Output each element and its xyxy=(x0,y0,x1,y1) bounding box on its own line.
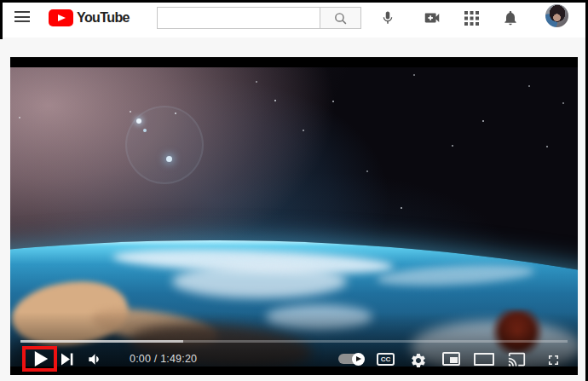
theater-mode-button[interactable] xyxy=(474,353,494,366)
next-button[interactable] xyxy=(59,351,76,367)
cast-icon xyxy=(508,350,526,368)
youtube-logo[interactable]: YouTube xyxy=(49,8,130,28)
youtube-wordmark: YouTube xyxy=(77,10,130,26)
youtube-header: YouTube xyxy=(0,0,588,38)
search-bar xyxy=(157,7,361,29)
notifications-bell-icon xyxy=(502,9,519,26)
autoplay-toggle-knob-icon xyxy=(352,353,365,366)
volume-button[interactable] xyxy=(85,350,104,367)
cast-button[interactable] xyxy=(507,350,527,368)
progress-bar[interactable] xyxy=(20,340,568,343)
hamburger-menu-icon[interactable] xyxy=(14,11,30,22)
miniplayer-icon xyxy=(450,357,458,363)
account-avatar[interactable] xyxy=(545,4,568,27)
search-icon xyxy=(333,11,348,26)
microphone-icon xyxy=(380,10,395,26)
time-display: 0:00 / 1:49:20 xyxy=(130,353,197,365)
cc-label: CC xyxy=(381,355,391,363)
frame-border-top xyxy=(0,0,588,3)
video-frame xyxy=(10,67,578,367)
apps-grid-icon xyxy=(464,11,479,26)
notifications-button[interactable] xyxy=(501,9,520,27)
autoplay-toggle[interactable] xyxy=(338,354,364,364)
video-player[interactable]: 0:00 / 1:49:20 CC xyxy=(10,57,578,375)
create-video-button[interactable] xyxy=(423,9,441,27)
lens-flare-ring xyxy=(125,106,204,184)
miniplayer-button[interactable] xyxy=(442,352,460,366)
fullscreen-icon xyxy=(545,352,562,368)
screenshot-root: YouTube xyxy=(0,0,588,381)
captions-button[interactable]: CC xyxy=(377,353,395,366)
frame-border-left xyxy=(0,0,3,39)
search-button[interactable] xyxy=(320,7,361,29)
next-icon xyxy=(61,353,73,366)
youtube-play-badge-icon xyxy=(49,9,73,26)
create-video-icon xyxy=(423,9,441,27)
voice-search-button[interactable] xyxy=(378,9,397,27)
settings-gear-icon xyxy=(410,352,427,369)
apps-button[interactable] xyxy=(462,9,481,27)
buffered-bar xyxy=(20,340,183,343)
settings-button[interactable] xyxy=(409,351,427,369)
search-input[interactable] xyxy=(157,7,320,29)
volume-icon xyxy=(87,351,103,367)
fullscreen-button[interactable] xyxy=(545,351,562,368)
highlight-box-annotation xyxy=(22,346,57,372)
